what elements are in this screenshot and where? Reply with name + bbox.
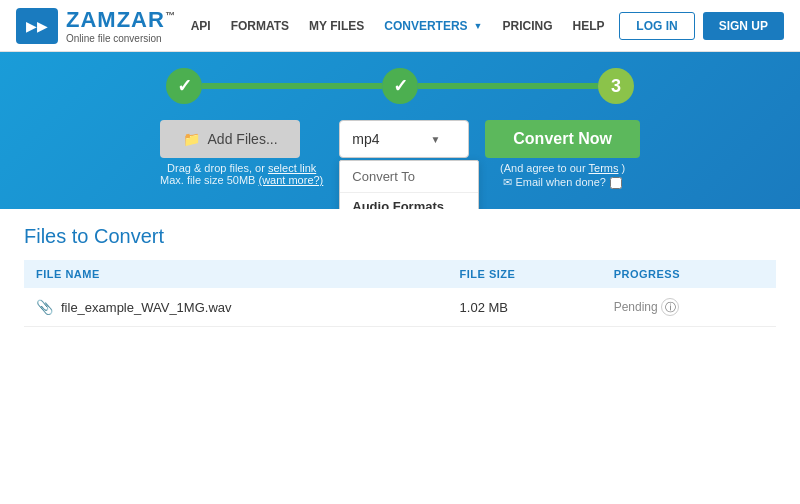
steps-row: ✓ ✓ 3 — [40, 68, 760, 104]
paperclip-icon: 📎 — [36, 299, 53, 315]
nav-pricing[interactable]: PRICING — [503, 19, 553, 33]
step-3-circle: 3 — [598, 68, 634, 104]
files-section: Files to Convert FILE NAME FILE SIZE PRO… — [0, 209, 800, 327]
convert-now-button[interactable]: Convert Now — [485, 120, 640, 158]
info-icon[interactable]: ⓘ — [661, 298, 679, 316]
nav-converters-label: CONVERTERS — [384, 19, 467, 33]
files-table-head: FILE NAME FILE SIZE PROGRESS — [24, 260, 776, 288]
file-size-text: Max. file size 50MB — [160, 174, 255, 186]
progress-text: Pending — [614, 300, 658, 314]
col-progress: PROGRESS — [602, 260, 776, 288]
step-3-number: 3 — [611, 76, 621, 97]
convert-area: Convert Now (And agree to our Terms ) ✉ … — [485, 120, 640, 189]
logo-area: ZAMZAR™ Online file conversion — [16, 7, 176, 44]
logo-brand: ZAMZAR™ — [66, 7, 176, 33]
add-files-button[interactable]: 📁 Add Files... — [160, 120, 300, 158]
file-hint-link[interactable]: select link — [268, 162, 316, 174]
logo-icon — [16, 8, 58, 44]
chevron-down-icon: ▼ — [474, 21, 483, 31]
step-2-check: ✓ — [393, 75, 408, 97]
format-select[interactable]: mp4 ▼ — [339, 120, 469, 158]
nav-api[interactable]: API — [191, 19, 211, 33]
format-dropdown-container: mp4 ▼ Convert To Audio Formats aac ac3 f… — [339, 120, 469, 158]
header-buttons: LOG IN SIGN UP — [619, 12, 784, 40]
step-line-2 — [418, 83, 598, 89]
email-row: ✉ Email when done? — [503, 176, 622, 189]
file-size-link[interactable]: (want more?) — [258, 174, 323, 186]
table-row: 📎 file_example_WAV_1MG.wav 1.02 MB Pendi… — [24, 288, 776, 327]
step-line-1 — [202, 83, 382, 89]
terms-link[interactable]: Terms — [589, 162, 619, 174]
file-size-cell: 1.02 MB — [448, 288, 602, 327]
files-table: FILE NAME FILE SIZE PROGRESS 📎 file_exam… — [24, 260, 776, 327]
convert-hint-prefix: (And agree to our — [500, 162, 586, 174]
step-2-circle: ✓ — [382, 68, 418, 104]
files-title-plain: Files to — [24, 225, 88, 247]
selected-format-label: mp4 — [352, 131, 379, 147]
nav-help[interactable]: HELP — [573, 19, 605, 33]
convert-hint-suffix: ) — [622, 162, 626, 174]
add-files-label: Add Files... — [208, 131, 278, 147]
logo-text-area: ZAMZAR™ Online file conversion — [66, 7, 176, 44]
main-nav: API FORMATS MY FILES CONVERTERS ▼ PRICIN… — [191, 19, 605, 33]
nav-converters[interactable]: CONVERTERS ▼ — [384, 19, 482, 33]
col-filename: FILE NAME — [24, 260, 448, 288]
step-1-check: ✓ — [177, 75, 192, 97]
file-progress-cell: Pending ⓘ — [602, 288, 776, 327]
email-when-done-label: ✉ Email when done? — [503, 176, 606, 189]
login-button[interactable]: LOG IN — [619, 12, 694, 40]
controls-row: 📁 Add Files... Drag & drop files, or sel… — [40, 120, 760, 189]
step-1-circle: ✓ — [166, 68, 202, 104]
hero-section: ✓ ✓ 3 📁 Add Files... Drag & drop files, … — [0, 52, 800, 209]
file-name-text: file_example_WAV_1MG.wav — [61, 300, 232, 315]
nav-myfiles[interactable]: MY FILES — [309, 19, 364, 33]
header: ZAMZAR™ Online file conversion API FORMA… — [0, 0, 800, 52]
col-filesize: FILE SIZE — [448, 260, 602, 288]
logo-tagline: Online file conversion — [66, 33, 176, 44]
files-table-body: 📎 file_example_WAV_1MG.wav 1.02 MB Pendi… — [24, 288, 776, 327]
email-checkbox[interactable] — [610, 177, 622, 189]
nav-formats[interactable]: FORMATS — [231, 19, 289, 33]
file-name-cell: 📎 file_example_WAV_1MG.wav — [24, 288, 448, 327]
audio-category: Audio Formats — [340, 193, 478, 209]
signup-button[interactable]: SIGN UP — [703, 12, 784, 40]
files-title: Files to Convert — [24, 225, 776, 248]
format-dropdown-menu: Convert To Audio Formats aac ac3 flac m4… — [339, 160, 479, 209]
files-table-header-row: FILE NAME FILE SIZE PROGRESS — [24, 260, 776, 288]
logo-tm: ™ — [165, 10, 176, 21]
upload-icon: 📁 — [183, 131, 200, 147]
dropdown-header: Convert To — [340, 161, 478, 193]
file-hint-text: Drag & drop files, or — [167, 162, 265, 174]
file-hint: Drag & drop files, or select link Max. f… — [160, 162, 323, 186]
chevron-down-icon: ▼ — [430, 134, 440, 145]
logo-brand-text: ZAMZAR — [66, 7, 165, 32]
convert-hint: (And agree to our Terms ) — [500, 162, 625, 174]
add-files-area: 📁 Add Files... Drag & drop files, or sel… — [160, 120, 323, 186]
files-title-color: Convert — [94, 225, 164, 247]
